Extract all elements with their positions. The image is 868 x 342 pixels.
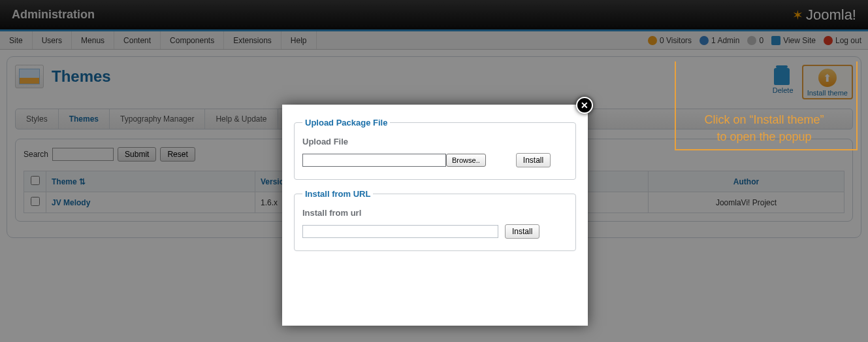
install-modal: Upload Package File Upload File Browse..… — [282, 105, 588, 326]
close-icon: ✕ — [581, 100, 588, 111]
browse-button[interactable]: Browse.. — [446, 154, 486, 167]
upload-legend: Upload Package File — [302, 118, 390, 128]
install-url-input[interactable] — [302, 225, 498, 238]
install-upload-button[interactable]: Install — [516, 153, 551, 167]
file-path-display — [302, 154, 446, 167]
upload-file-label: Upload File — [302, 137, 568, 146]
modal-close-button[interactable]: ✕ — [576, 97, 593, 114]
annotation-text: Click on “Install theme” to open the pop… — [683, 111, 846, 145]
url-legend: Install from URL — [302, 189, 373, 199]
url-label: Install from url — [302, 208, 568, 218]
install-url-button[interactable]: Install — [505, 224, 539, 239]
